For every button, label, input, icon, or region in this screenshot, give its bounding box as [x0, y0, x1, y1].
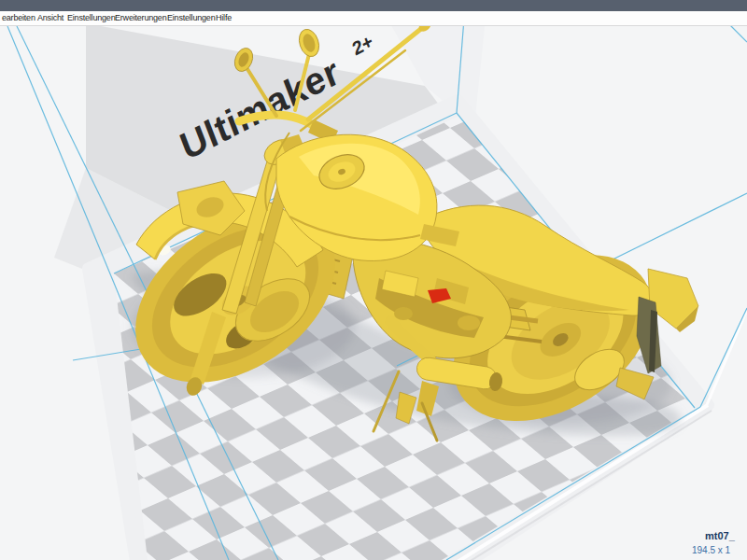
menu-item-bearbeiten[interactable]: earbeiten [2, 13, 35, 22]
menu-item-ansicht[interactable]: Ansicht [37, 13, 63, 22]
viewport-3d[interactable]: Ultimaker 2+ [0, 0, 747, 560]
model-dimensions-label: 194.5 x 1 [692, 545, 730, 555]
window-title-bar[interactable] [0, 0, 747, 11]
application-window: Ultimaker 2+ [0, 0, 747, 560]
menu-item-einstellungen2[interactable]: Einstellungen [167, 13, 215, 22]
menu-item-hilfe[interactable]: Hilfe [216, 13, 232, 22]
menu-item-einstellungen[interactable]: Einstellungen [67, 13, 115, 22]
menu-bar: earbeiten Ansicht Einstellungen Erweiter… [0, 11, 747, 26]
menu-item-erweiterungen[interactable]: Erweiterungen [115, 13, 166, 22]
model-name-label: mt07_ [705, 530, 735, 541]
